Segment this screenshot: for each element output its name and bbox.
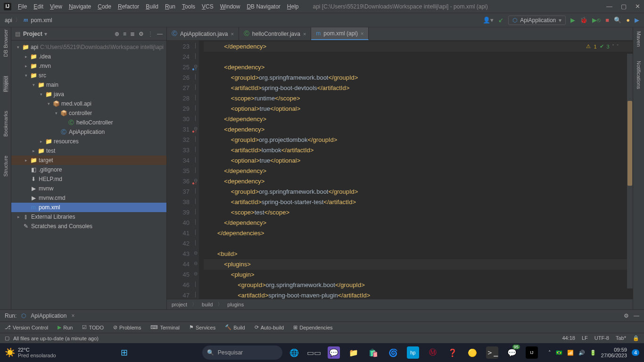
left-rail-structure[interactable]: Structure <box>3 156 8 177</box>
close-tab-icon[interactable]: × <box>231 31 233 37</box>
tree-arrow[interactable]: ▾ <box>23 73 29 78</box>
tree-src[interactable]: ▾📁src <box>11 71 166 80</box>
battery-icon[interactable]: 🔋 <box>590 350 596 356</box>
project-tree[interactable]: ▾📁apiC:\Users\55219\Downloads\Workspace … <box>11 41 166 309</box>
menu-run[interactable]: Run <box>165 3 175 10</box>
tree-hellocontroller[interactable]: ⒸhelloController <box>11 118 166 127</box>
tree-arrow[interactable]: ▾ <box>53 111 59 115</box>
hp-icon[interactable]: hp <box>407 346 419 359</box>
store-icon[interactable]: 🛍️ <box>367 346 380 359</box>
nav-file[interactable]: pom.xml <box>31 17 52 24</box>
editor-scrollbar[interactable] <box>627 54 633 288</box>
tree-controller[interactable]: ▾📦controller <box>11 108 166 118</box>
menu-help[interactable]: Help <box>287 3 299 10</box>
toolwin-terminal[interactable]: ⌨Terminal <box>150 324 180 330</box>
code-content[interactable]: </dependency> <dependency> <groupId>org.… <box>199 41 633 299</box>
left-rail-db-browser[interactable]: DB Browser <box>3 29 8 57</box>
line-separator[interactable]: LF <box>582 335 588 341</box>
tree-mvnw[interactable]: ▶mvnw <box>11 184 166 193</box>
expand-all-icon[interactable]: ≡ <box>123 31 126 37</box>
tree-apiapplication[interactable]: ⒸApiApplication <box>11 127 166 137</box>
toolwin-problems[interactable]: ⊘Problems <box>113 324 141 330</box>
chrome-icon[interactable]: 🟡 <box>466 346 479 359</box>
minimize-icon[interactable]: — <box>606 3 612 10</box>
mcafee-icon[interactable]: Ⓜ <box>427 346 439 359</box>
hide-icon[interactable]: — <box>157 31 163 37</box>
tab-hellocontroller-java[interactable]: ⒸhelloController.java× <box>239 27 312 40</box>
tree-scratches-and-consoles[interactable]: ✎Scratches and Consoles <box>11 222 166 231</box>
ok-icon[interactable]: ✔ <box>600 43 604 49</box>
status-icon[interactable]: ▢ <box>5 335 9 341</box>
terminal-icon[interactable]: ＞_ <box>486 346 498 359</box>
left-rail-project[interactable]: Project <box>3 76 8 92</box>
toolwin-run[interactable]: ▶Run <box>58 324 73 330</box>
tree-arrow[interactable]: ▾ <box>15 45 22 49</box>
select-opened-icon[interactable]: ⊕ <box>115 31 119 37</box>
tree--idea[interactable]: ▸📁.idea <box>11 52 166 61</box>
tree-arrow[interactable]: ▾ <box>38 92 44 97</box>
menu-view[interactable]: View <box>50 3 62 10</box>
tree-pom-xml[interactable]: mpom.xml <box>11 203 166 212</box>
menu-db-navigator[interactable]: DB Navigator <box>247 3 280 10</box>
tree-arrow[interactable]: ▸ <box>30 148 37 153</box>
line-gutter[interactable]: 232425●↑262728293031●↑3233343536●↑373839… <box>167 41 192 299</box>
weather-widget[interactable]: ☀️ 22°CPred ensolarado <box>5 347 56 358</box>
hide-run-icon[interactable]: — <box>634 313 639 319</box>
vcs-update-icon[interactable]: ↙ <box>498 16 504 24</box>
tree-med-voll-api[interactable]: ▾📦med.voll.api <box>11 99 166 108</box>
chat-icon[interactable]: 💬 <box>328 346 340 359</box>
left-rail-bookmarks[interactable]: Bookmarks <box>3 111 8 137</box>
right-rail-notifications[interactable]: Notifications <box>636 61 642 89</box>
caret-position[interactable]: 44:18 <box>562 335 575 341</box>
close-tab-icon[interactable]: × <box>303 31 306 37</box>
tree-arrow[interactable]: ▸ <box>23 64 29 68</box>
coverage-icon[interactable]: ▶⎋ <box>592 16 601 24</box>
tree-external-libraries[interactable]: ▸⫿External Libraries <box>11 212 166 222</box>
menu-navigate[interactable]: Navigate <box>69 3 91 10</box>
file-encoding[interactable]: UTF-8 <box>594 335 609 341</box>
whatsapp-icon[interactable]: 💬95 <box>506 346 518 359</box>
tree-mvnw-cmd[interactable]: ▶mvnw.cmd <box>11 193 166 203</box>
tree-resources[interactable]: ▸📁resources <box>11 137 166 146</box>
tree-arrow[interactable]: ▸ <box>38 139 44 144</box>
run-config-selector[interactable]: ⬡ApiApplication▾ <box>508 16 566 25</box>
edge-icon[interactable]: 🌀 <box>387 346 399 359</box>
run-config-name[interactable]: ApiApplication <box>31 313 66 319</box>
task-view-icon[interactable]: ▭▭ <box>308 346 320 359</box>
menu-refactor[interactable]: Refactor <box>118 3 139 10</box>
tree-test[interactable]: ▸📁test <box>11 146 166 156</box>
toolwin-services[interactable]: ⚑Services <box>189 324 215 330</box>
stop-icon[interactable]: ■ <box>605 16 609 24</box>
menu-edit[interactable]: Edit <box>33 3 43 10</box>
ide-updates-icon[interactable]: ● <box>626 16 630 24</box>
menu-file[interactable]: File <box>18 3 27 10</box>
close-icon[interactable]: ✕ <box>635 3 640 10</box>
warning-icon[interactable]: ⚠ <box>586 43 591 49</box>
close-run-tab-icon[interactable]: × <box>71 313 74 319</box>
breadcrumb-plugins[interactable]: plugins <box>227 302 244 307</box>
inspection-indicators[interactable]: ⚠1 ✔3 ˆ ˇ <box>586 43 619 49</box>
menu-code[interactable]: Code <box>98 3 111 10</box>
maximize-icon[interactable]: ▢ <box>621 3 627 10</box>
breadcrumb-project[interactable]: project <box>172 302 187 307</box>
readonly-lock-icon[interactable]: 🔒 <box>633 335 639 341</box>
tree-java[interactable]: ▾📁java <box>11 90 166 99</box>
menu-window[interactable]: Window <box>220 3 240 10</box>
code-area[interactable]: 232425●↑262728293031●↑3233343536●↑373839… <box>167 41 633 299</box>
menu-build[interactable]: Build <box>146 3 158 10</box>
chevron-down-icon[interactable]: ˇ <box>617 44 619 49</box>
tree-arrow[interactable]: ▸ <box>23 158 29 163</box>
menu-tools[interactable]: Tools <box>182 3 195 10</box>
intellij-icon[interactable]: IJ <box>526 346 538 359</box>
editor-breadcrumb[interactable]: project〉build〉plugins <box>167 299 633 309</box>
nav-project[interactable]: api <box>5 17 12 24</box>
tree-main[interactable]: ▾📁main <box>11 80 166 90</box>
tree-help-md[interactable]: ⬇HELP.md <box>11 174 166 184</box>
search-icon[interactable]: 🔍 <box>614 16 621 24</box>
chevron-up-icon[interactable]: ˄ <box>548 350 551 356</box>
tree-arrow[interactable]: ▸ <box>15 214 22 219</box>
tree-api[interactable]: ▾📁apiC:\Users\55219\Downloads\Workspace … <box>11 42 166 52</box>
explorer-icon[interactable]: 📁 <box>347 346 360 359</box>
tree-target[interactable]: ▸📁target <box>11 156 166 165</box>
help-icon[interactable]: ❓ <box>446 346 459 359</box>
